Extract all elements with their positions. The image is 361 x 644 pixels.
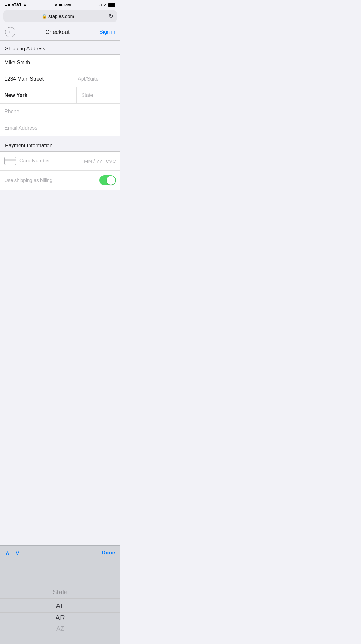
credit-card-icon bbox=[4, 157, 16, 165]
cvc-label: CVC bbox=[106, 158, 116, 164]
apt-suite-input[interactable] bbox=[73, 71, 120, 87]
name-row bbox=[0, 55, 120, 71]
name-input[interactable] bbox=[0, 55, 120, 71]
payment-info-label: Payment Information bbox=[0, 143, 120, 151]
lock-icon: 🔒 bbox=[42, 14, 47, 19]
status-bar: AT&T ▲ 8:40 PM ⬡ ↗ bbox=[0, 0, 120, 9]
carrier-label: AT&T bbox=[12, 3, 21, 7]
reload-button[interactable]: ↻ bbox=[109, 13, 113, 20]
street-input[interactable] bbox=[0, 71, 73, 87]
signal-bars-icon bbox=[5, 3, 10, 6]
direction-icon: ↗ bbox=[104, 3, 107, 7]
street-row bbox=[0, 71, 120, 87]
use-shipping-label: Use shipping as billing bbox=[4, 178, 52, 183]
status-left: AT&T ▲ bbox=[5, 3, 27, 7]
phone-input[interactable] bbox=[0, 104, 120, 120]
city-input[interactable] bbox=[0, 87, 76, 103]
address-bar-content: 🔒 staples.com bbox=[7, 13, 109, 19]
nav-header: ← Checkout Sign in bbox=[0, 24, 120, 41]
toggle-knob bbox=[107, 176, 115, 185]
phone-row bbox=[0, 104, 120, 120]
use-shipping-row: Use shipping as billing bbox=[0, 170, 120, 190]
email-input[interactable] bbox=[0, 120, 120, 136]
main-content: Shipping Address Payment Information bbox=[0, 41, 120, 202]
back-icon: ← bbox=[8, 29, 13, 35]
city-state-zip-row bbox=[0, 87, 120, 104]
card-right-placeholders: MM / YY CVC bbox=[84, 158, 116, 164]
url-text: staples.com bbox=[48, 13, 74, 19]
status-time: 8:40 PM bbox=[55, 3, 71, 7]
status-right: ⬡ ↗ bbox=[99, 3, 115, 7]
card-number-row: Card Number MM / YY CVC bbox=[0, 152, 120, 170]
location-icon: ⬡ bbox=[99, 3, 102, 7]
battery-icon bbox=[108, 3, 115, 7]
state-input[interactable] bbox=[76, 87, 120, 103]
sign-in-button[interactable]: Sign in bbox=[99, 29, 115, 35]
card-number-placeholder: Card Number bbox=[19, 158, 84, 164]
email-row bbox=[0, 120, 120, 136]
use-shipping-toggle[interactable] bbox=[99, 175, 116, 185]
shipping-address-label: Shipping Address bbox=[0, 46, 120, 54]
wifi-icon: ▲ bbox=[23, 3, 27, 7]
back-button[interactable]: ← bbox=[5, 27, 15, 37]
page-title: Checkout bbox=[45, 29, 70, 36]
payment-form: Card Number MM / YY CVC Use shipping as … bbox=[0, 151, 120, 190]
mm-yy-label: MM / YY bbox=[84, 158, 102, 164]
shipping-address-form bbox=[0, 54, 120, 136]
address-bar[interactable]: 🔒 staples.com ↻ bbox=[3, 10, 117, 22]
